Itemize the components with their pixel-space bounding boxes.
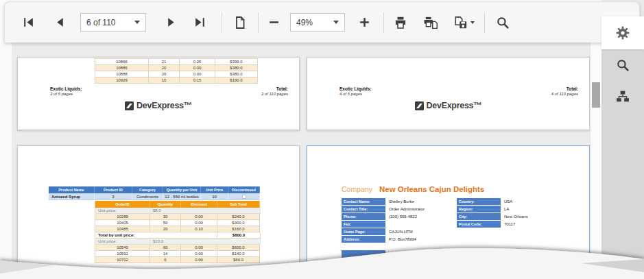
tab-settings-active[interactable] [601, 16, 644, 49]
product-row: Aniseed Syrup 3 Condiments 12 - 550 ml b… [49, 193, 260, 200]
cell-discount: 0.00 [181, 214, 217, 220]
next-page-button[interactable] [161, 13, 180, 32]
chevron-down-icon [470, 21, 475, 24]
cell-discount: 0.00 [181, 245, 217, 251]
cell-subtotal: $400.0 [217, 220, 260, 226]
scrollbar-thumb[interactable] [592, 82, 600, 108]
export-button[interactable] [451, 13, 476, 32]
page-thumbnail-6-selected[interactable]: CompanyNew Orleans Cajun Delights Contac… [307, 145, 590, 279]
vertical-scrollbar[interactable] [590, 43, 601, 279]
product-header-row: Product Name Product ID Category Quantit… [49, 186, 260, 193]
cell-order-id: 10289 [95, 214, 150, 220]
zoom-selector[interactable]: 49% [290, 13, 345, 32]
total-row: Total by unit price: $800.0 [95, 232, 260, 239]
page-thumbnail-5[interactable]: Product Name Product ID Category Quantit… [17, 145, 300, 279]
plus-icon [358, 16, 371, 29]
field-value: Order Administrator [389, 206, 425, 213]
chevron-down-icon [333, 21, 339, 24]
field-label: Region: [457, 206, 501, 213]
cell-subtotal: $600.0 [217, 245, 260, 251]
contact-fields-left: Contact Name: Shelley Burke Contact Titl… [342, 198, 425, 243]
cell-order-id: 10591 [95, 251, 150, 257]
printer-page-icon [423, 16, 438, 29]
cell-quantity: 10 [149, 77, 180, 84]
zoom-in-button[interactable] [355, 13, 374, 32]
print-button[interactable] [391, 13, 410, 32]
field-label: Contact Title: [342, 206, 385, 213]
toolbar: 6 of 110 49% [4, 1, 640, 43]
cell-quantity: 30 [150, 214, 181, 220]
first-page-button[interactable] [19, 13, 38, 32]
table-row: 10591 14 0.00 $140.0 [95, 251, 260, 257]
cell-order-id: 10405 [95, 220, 150, 226]
total-footer: Total: 4 of 110 pages [551, 86, 578, 96]
zoom-out-button[interactable] [264, 13, 283, 32]
first-page-icon [22, 16, 35, 29]
contact-fields-right: Country: USA Region: LA City: New Orlean… [457, 198, 528, 228]
cell-quantity: 20 [149, 65, 180, 71]
preview-area[interactable]: 10866 21 0.25 $399.0 10885 20 0.00 $380.… [12, 43, 590, 279]
cell-category: Condiments [132, 193, 163, 200]
chevron-down-icon [134, 21, 140, 24]
print-page-button[interactable] [421, 13, 440, 32]
single-page-view-button[interactable] [230, 13, 250, 32]
page-icon [233, 16, 247, 29]
table-row: 10885 20 0.00 $380.0 [95, 65, 258, 71]
company-label: Company [342, 185, 372, 193]
page-selector-value: 6 of 110 [86, 18, 129, 27]
field-row: Fax: [342, 221, 425, 228]
unit-price-row: Unit price: $10.0 [95, 239, 260, 245]
field-value: New Orleans [504, 213, 528, 220]
cell-subtotal: $160.0 [217, 226, 260, 232]
table-row: 10289 30 0.00 $240.0 [95, 214, 260, 220]
group-footer: Exotic Liquids: 4 of 5 pages [339, 86, 372, 96]
page-selector[interactable]: 6 of 110 [80, 13, 146, 32]
field-row: Address: P.O. Box78934 [342, 236, 425, 243]
document-viewer: 10866 21 0.25 $399.0 10885 20 0.00 $380.… [0, 0, 644, 279]
field-label: Contact Name: [342, 198, 385, 205]
tab-document-map[interactable] [601, 81, 644, 112]
cell-subtotal: $140.0 [217, 251, 260, 257]
tab-search[interactable] [601, 49, 644, 81]
field-value: USA [504, 198, 512, 205]
field-label: Phone: [342, 213, 385, 220]
last-page-button[interactable] [190, 13, 209, 32]
cell-discount: 0.10 [181, 226, 217, 232]
table-row: 10929 10 0.15 $190.0 [95, 77, 258, 84]
next-section-partial-cell [342, 250, 385, 261]
cell-qty-per-unit: 12 - 550 ml bottles [163, 193, 201, 200]
header-cell: Product Name [49, 186, 95, 193]
orders-table: 10866 21 0.25 $399.0 10885 20 0.00 $380.… [95, 58, 258, 84]
toolbar-separator [258, 12, 259, 33]
field-row: Country: USA [457, 198, 528, 206]
group-label: Exotic Liquids: [50, 86, 82, 91]
devexpress-logo: DevExpress™ [18, 101, 299, 110]
cell-order-id: 10866 [95, 59, 149, 65]
field-row: Contact Name: Shelley Burke [342, 198, 425, 206]
field-label: Address: [342, 236, 385, 243]
field-value: LA [504, 206, 509, 213]
unit-price-value: $8.0 [150, 208, 261, 214]
header-cell: Quantity [150, 201, 181, 208]
gear-icon [615, 25, 630, 40]
field-value: P.O. Box78934 [389, 236, 416, 243]
search-button[interactable] [493, 13, 512, 32]
cell-quantity: 14 [150, 251, 181, 257]
total-value: $800.0 [217, 232, 261, 239]
cell-product-id: 3 [95, 193, 132, 200]
page-thumbnail-4[interactable]: Exotic Liquids: 4 of 5 pages Total: 4 of… [307, 57, 590, 130]
field-value: 70117 [504, 221, 515, 228]
total-label: Total: [261, 86, 288, 91]
header-cell: Unit Price [201, 186, 228, 193]
next-page-icon [165, 16, 178, 29]
page-thumbnail-3[interactable]: 10866 21 0.25 $399.0 10885 20 0.00 $380.… [17, 57, 300, 130]
cell-order-id: 10885 [95, 65, 149, 71]
previous-page-button[interactable] [50, 13, 69, 32]
discontinued-checkbox [242, 195, 246, 199]
cell-discount: 0.00 [180, 65, 215, 71]
devexpress-logo-icon [415, 101, 424, 110]
cell-discount: 0.00 [181, 220, 217, 226]
search-icon [496, 16, 510, 29]
total-pages: 3 of 110 pages [261, 92, 288, 96]
cell-discount: 0.15 [180, 77, 215, 84]
